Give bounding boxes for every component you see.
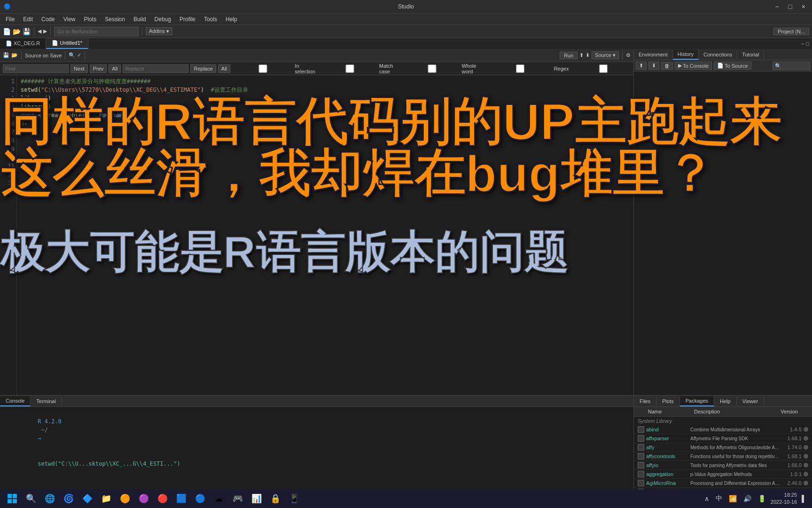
history-search-input[interactable] (773, 62, 810, 70)
tab-console[interactable]: Console (0, 396, 31, 406)
settings-icon[interactable]: ⚙ (626, 52, 631, 58)
open-file-icon[interactable]: 📂 (13, 28, 21, 35)
menu-profile[interactable]: Profile (176, 15, 199, 24)
taskbar-app9[interactable]: 🔒 (267, 490, 284, 507)
minimize-button[interactable]: − (772, 3, 781, 10)
tray-chevron[interactable]: ∧ (703, 494, 711, 503)
tab-history[interactable]: History (673, 49, 699, 60)
menu-file[interactable]: File (2, 15, 18, 24)
to-console-button[interactable]: ▶ To Console (675, 62, 712, 70)
taskbar-app2[interactable]: 🟣 (135, 490, 152, 507)
maximize-editor-button[interactable]: □ (806, 41, 809, 47)
taskbar-edge[interactable]: 🌀 (60, 490, 77, 507)
tab-viewer[interactable]: Viewer (737, 397, 764, 406)
find-input[interactable] (3, 64, 69, 73)
regex-check[interactable] (487, 64, 553, 73)
tray-network[interactable]: 📶 (727, 494, 739, 503)
run-button[interactable]: Run (560, 52, 578, 59)
taskbar-explorer[interactable]: 📁 (98, 490, 115, 507)
show-desktop-button[interactable]: ▌ (800, 494, 808, 503)
taskbar-app10[interactable]: 📱 (286, 490, 303, 507)
replace-input[interactable] (123, 64, 188, 73)
maximize-button[interactable]: □ (785, 3, 795, 10)
next-button[interactable]: Next (70, 64, 88, 73)
code-content[interactable]: ####### 计算患者先差异分与肿瘤纯度度####### setwd("C:\… (17, 75, 633, 395)
project-label[interactable]: Project (N... (773, 28, 809, 35)
taskbar-app4[interactable]: 🟦 (173, 490, 190, 507)
taskbar-search[interactable]: 🔍 (23, 490, 39, 507)
wrap-label[interactable]: Wrap (570, 64, 633, 73)
source-on-save[interactable]: Source on Save (25, 53, 62, 58)
run-up-icon[interactable]: ⬆ (579, 52, 584, 58)
tab-connections[interactable]: Connections (699, 50, 737, 59)
pkg-check-affy[interactable] (638, 444, 644, 451)
tab-files[interactable]: Files (634, 397, 656, 406)
run-down-icon[interactable]: ⬇ (586, 52, 590, 58)
pkg-check-abind[interactable] (638, 426, 644, 433)
forward-icon[interactable]: ▶ (43, 28, 47, 34)
tab-help[interactable]: Help (714, 397, 737, 406)
delete-history-button[interactable]: 🗑 (661, 62, 673, 70)
taskbar-chrome[interactable]: 🌐 (41, 490, 58, 507)
menu-build[interactable]: Build (130, 15, 150, 24)
clock[interactable]: 18:25 2022-10-16 (771, 492, 797, 506)
tray-battery[interactable]: 🔋 (756, 494, 768, 503)
tray-volume[interactable]: 🔊 (742, 494, 753, 503)
replace-button[interactable]: Replace (190, 64, 216, 73)
pkg-check-affxparser[interactable] (638, 435, 644, 442)
pkg-check-affyio[interactable] (638, 462, 644, 468)
taskbar-ie[interactable]: 🔷 (79, 490, 96, 507)
save-history-button[interactable]: ⬇ (648, 62, 659, 70)
in-selection-check[interactable] (232, 64, 294, 73)
addins-button[interactable]: Addins ▾ (146, 27, 172, 35)
wrap-check[interactable] (570, 64, 633, 73)
find-icon[interactable]: 🔍 (69, 52, 75, 58)
in-selection-label[interactable]: In selection (232, 63, 319, 74)
pkg-check-agimicrona[interactable] (638, 480, 644, 486)
taskbar-app5[interactable]: 🔵 (192, 490, 209, 507)
back-icon[interactable]: ◀ (38, 28, 41, 34)
menu-tools[interactable]: Tools (200, 15, 221, 24)
source-button[interactable]: Source ▾ (592, 51, 619, 59)
goto-input[interactable] (54, 27, 139, 36)
regex-label[interactable]: Regex (487, 64, 569, 73)
load-history-button[interactable]: ⬆ (636, 62, 647, 70)
console-area[interactable]: R 4.2.0 ~/ → setwd("C:\\U...sktop\\XC_..… (0, 407, 633, 489)
minimize-editor-button[interactable]: − (801, 41, 804, 47)
save-file-icon[interactable]: 💾 (3, 52, 9, 58)
tab-tutorial[interactable]: Tutorial (737, 50, 764, 59)
menu-session[interactable]: Session (101, 15, 129, 24)
replace-all-button[interactable]: All (218, 64, 230, 73)
menu-view[interactable]: View (60, 15, 79, 24)
taskbar-app3[interactable]: 🔴 (154, 490, 171, 507)
close-button[interactable]: × (799, 3, 808, 10)
match-case-check[interactable] (321, 64, 378, 73)
tab-packages[interactable]: Packages (680, 396, 714, 406)
start-button[interactable] (4, 490, 21, 507)
tab-xc-deg-r[interactable]: 📄 XC_DEG.R (0, 39, 46, 48)
taskbar-app7[interactable]: 🎮 (229, 490, 246, 507)
code-editor[interactable]: 12345 678910 11121314 ####### 计算患者先差异分与肿… (0, 75, 633, 395)
save-icon[interactable]: 💾 (23, 28, 31, 35)
menu-edit[interactable]: Edit (19, 15, 37, 24)
match-case-label[interactable]: Match case (321, 63, 402, 74)
tab-terminal[interactable]: Terminal (31, 397, 62, 406)
pkg-check-affycoretools[interactable] (638, 453, 644, 460)
to-source-button[interactable]: 📄 To Source (714, 62, 751, 70)
new-file-icon[interactable]: 📄 (3, 28, 11, 35)
tab-plots[interactable]: Plots (656, 397, 679, 406)
spell-icon[interactable]: ✓ (77, 52, 81, 58)
tab-environment[interactable]: Environment (634, 50, 673, 59)
all-button[interactable]: All (109, 64, 121, 73)
menu-plots[interactable]: Plots (80, 15, 101, 24)
menu-help[interactable]: Help (222, 15, 241, 24)
open-icon[interactable]: 📂 (11, 52, 18, 58)
prev-button[interactable]: Prev (90, 64, 107, 73)
menu-code[interactable]: Code (38, 15, 59, 24)
whole-word-label[interactable]: Whole word (404, 63, 485, 74)
taskbar-app6[interactable]: ☁ (211, 490, 227, 507)
taskbar-app8[interactable]: 📊 (248, 490, 265, 507)
tray-lang[interactable]: 中 (714, 493, 724, 504)
menu-debug[interactable]: Debug (151, 15, 175, 24)
taskbar-app1[interactable]: 🟠 (117, 490, 133, 507)
